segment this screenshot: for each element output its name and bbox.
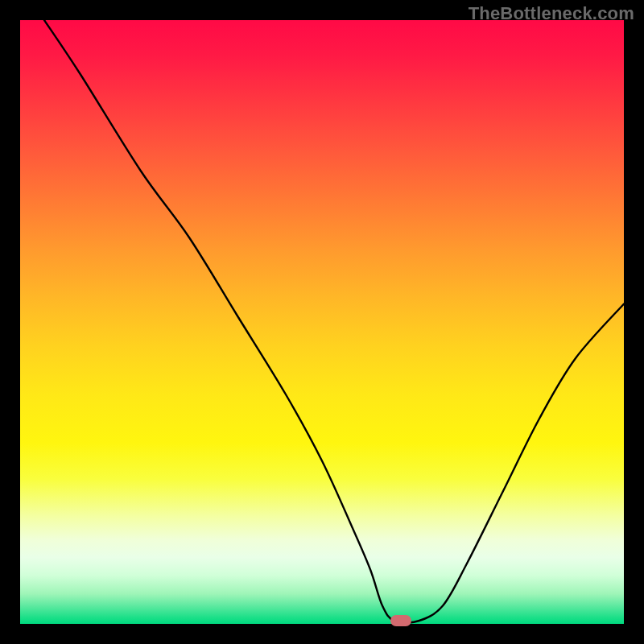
chart-plot-area <box>20 20 624 624</box>
optimal-marker <box>390 615 411 626</box>
chart-frame: TheBottleneck.com <box>0 0 644 644</box>
watermark-text: TheBottleneck.com <box>469 3 634 24</box>
